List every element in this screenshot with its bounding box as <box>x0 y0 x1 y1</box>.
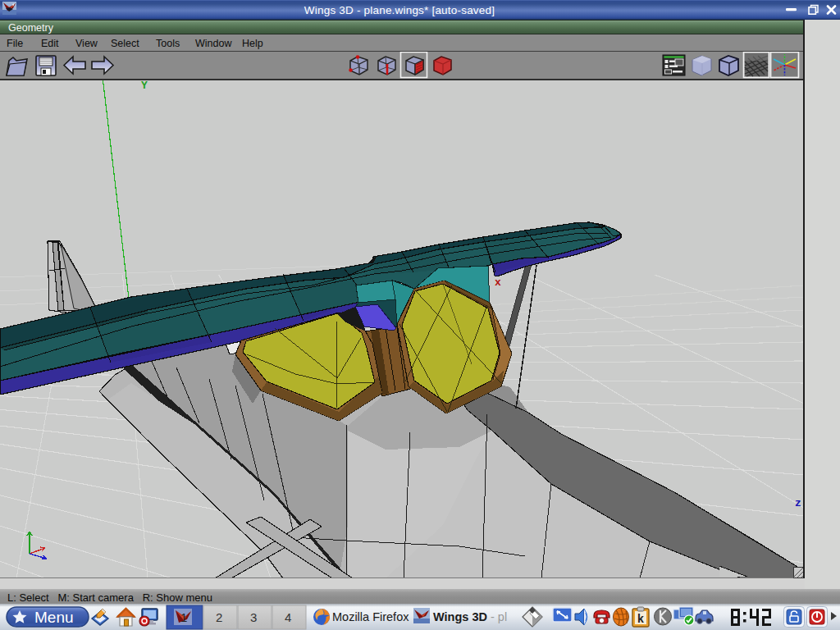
svg-text:Y: Y <box>141 80 148 92</box>
svg-text:x: x <box>495 276 501 289</box>
svg-text:Menu: Menu <box>34 609 74 626</box>
svg-text:1: 1 <box>180 610 187 624</box>
svg-text:Wings 3D: Wings 3D <box>433 610 487 623</box>
svg-text:k: k <box>637 612 644 625</box>
svg-text:2: 2 <box>216 610 222 624</box>
svg-text:- pl: - pl <box>491 610 507 623</box>
svg-text:4: 4 <box>285 610 291 624</box>
svg-text:3: 3 <box>250 610 257 624</box>
svg-text:Mozilla Firefox: Mozilla Firefox <box>332 610 409 623</box>
svg-text:z: z <box>795 497 801 509</box>
